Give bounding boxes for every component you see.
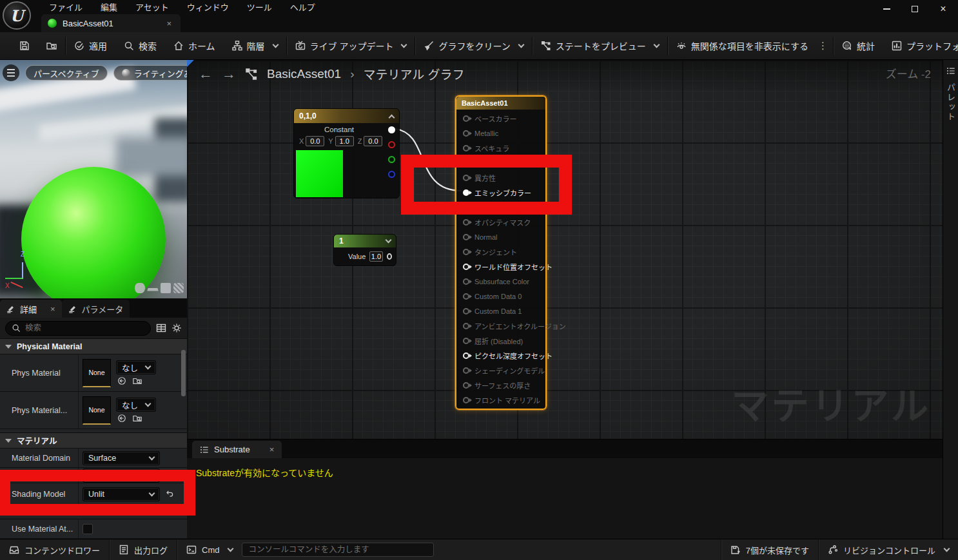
display-filter-icon[interactable] xyxy=(156,323,166,333)
material-input-pin-row[interactable]: ワールド位置オフセット xyxy=(456,259,545,274)
material-domain-dropdown[interactable]: Surface xyxy=(83,451,160,465)
material-input-pin-row[interactable]: オパシティマスク xyxy=(456,215,545,229)
tab-parameters[interactable]: パラメータ xyxy=(62,300,130,318)
menu-item[interactable]: ヘルプ xyxy=(281,0,324,14)
pin-circle-icon[interactable] xyxy=(463,278,469,285)
close-button[interactable]: × xyxy=(934,2,953,16)
material-graph-canvas[interactable]: ← → BasicAsset01 › マテリアル グラフ ズーム -2 マテリア… xyxy=(187,60,943,439)
output-pin-g-icon[interactable] xyxy=(388,156,395,163)
tab-close-icon[interactable]: × xyxy=(164,19,174,28)
section-physical-material[interactable]: Physical Material xyxy=(0,338,187,354)
pin-circle-icon[interactable] xyxy=(463,234,469,240)
material-input-pin-row[interactable]: Normal xyxy=(456,229,545,244)
shape-preview-button[interactable] xyxy=(161,283,171,293)
pin-circle-icon[interactable] xyxy=(463,338,469,344)
constant-node[interactable]: 0,1,0 Constant X 0.0 Y 1.0 xyxy=(293,108,400,198)
stats-button[interactable]: 統計 xyxy=(834,32,883,59)
menu-item[interactable]: 編集 xyxy=(92,0,126,14)
pin-circle-icon[interactable] xyxy=(463,115,469,122)
preview-state-button[interactable]: ステートをプレビュー xyxy=(533,32,667,59)
value-input[interactable]: 1.0 xyxy=(369,251,382,262)
palette-side-tab[interactable]: パレット xyxy=(943,60,958,539)
pin-circle-icon[interactable] xyxy=(463,397,469,403)
tab-close-icon[interactable]: × xyxy=(269,445,275,454)
pin-circle-icon[interactable] xyxy=(463,219,469,226)
pin-circle-icon[interactable] xyxy=(463,308,469,314)
phys-material-mask-dropdown[interactable]: なし xyxy=(116,398,156,412)
menu-item[interactable]: ウィンドウ xyxy=(178,0,238,14)
scalar-value-node[interactable]: 1 Value 1.0 xyxy=(333,234,396,266)
save-button[interactable] xyxy=(0,32,38,59)
back-arrow-icon[interactable]: ← xyxy=(199,66,213,82)
material-input-pin-row[interactable]: スペキュラ xyxy=(456,140,545,155)
material-input-pin-row[interactable]: ベースカラー xyxy=(456,111,545,126)
use-selected-icon[interactable] xyxy=(117,414,126,423)
pin-circle-icon[interactable] xyxy=(463,293,469,300)
tab-details[interactable]: 詳細 × xyxy=(0,300,62,318)
material-input-pin-row[interactable]: Metallic xyxy=(456,126,545,140)
revision-control-button[interactable]: リビジョンコントロール xyxy=(819,539,958,560)
console-command-input[interactable] xyxy=(242,543,434,557)
material-input-pin-row[interactable]: 屈折 (Disabled) xyxy=(456,333,545,348)
browse-asset-button[interactable] xyxy=(38,32,65,59)
material-result-node[interactable]: BasicAsset01 ベースカラー Metallic xyxy=(455,95,547,410)
breadcrumb-asset[interactable]: BasicAsset01 xyxy=(267,67,341,81)
details-search-input[interactable] xyxy=(5,321,151,336)
output-log-button[interactable]: 出力ログ xyxy=(110,539,177,560)
material-input-pin-row[interactable]: タンジェント xyxy=(456,244,545,259)
section-material[interactable]: マテリアル xyxy=(0,432,187,448)
output-pin-r-icon[interactable] xyxy=(388,141,395,148)
constant-value-input[interactable]: 1.0 xyxy=(335,136,354,146)
browse-asset-icon[interactable] xyxy=(133,414,142,423)
find-button[interactable]: 検索 xyxy=(115,32,165,59)
asset-thumbnail[interactable]: None xyxy=(83,359,111,387)
use-material-attributes-checkbox[interactable] xyxy=(83,524,93,534)
tab-substrate[interactable]: Substrate × xyxy=(192,441,282,458)
hierarchy-button[interactable]: 階層 xyxy=(224,32,286,59)
output-pin-b-icon[interactable] xyxy=(388,171,395,178)
unreal-logo-icon[interactable]: U xyxy=(3,1,31,30)
pin-circle-icon[interactable] xyxy=(463,249,469,255)
hide-unrelated-button[interactable]: 無関係な項目を非表示にする xyxy=(668,32,817,59)
minimize-button[interactable] xyxy=(877,2,896,16)
pin-circle-icon[interactable] xyxy=(463,323,469,329)
use-selected-icon[interactable] xyxy=(117,376,126,385)
shape-preview-button[interactable] xyxy=(147,288,158,291)
lighting-mode-button[interactable]: ライティングあり xyxy=(113,65,187,81)
pin-circle-icon[interactable] xyxy=(463,264,469,270)
settings-gear-icon[interactable] xyxy=(171,323,182,333)
material-input-pin-row[interactable]: シェーディングモデル xyxy=(456,363,545,378)
material-input-pin-row[interactable]: フロント マテリアル xyxy=(456,392,545,407)
unsaved-assets-button[interactable]: 7個が未保存です xyxy=(721,539,818,560)
cmd-dropdown[interactable]: Cmd xyxy=(177,539,242,560)
pin-circle-icon[interactable] xyxy=(463,352,469,359)
output-pin-rgb-icon[interactable] xyxy=(388,126,395,133)
material-input-pin-row[interactable]: Custom Data 1 xyxy=(456,304,545,318)
value-output-pin-icon[interactable] xyxy=(387,253,392,260)
asset-tab[interactable]: BasicAsset01 × xyxy=(41,14,181,32)
apply-button[interactable]: 適用 xyxy=(66,32,115,59)
menu-item[interactable]: ファイル xyxy=(40,0,92,14)
browse-asset-icon[interactable] xyxy=(133,376,142,385)
phys-material-dropdown[interactable]: なし xyxy=(116,360,156,374)
clean-graph-button[interactable]: グラフをクリーン xyxy=(415,32,531,59)
expand-icon[interactable] xyxy=(386,237,392,244)
maximize-button[interactable] xyxy=(905,2,924,16)
material-input-pin-row[interactable]: アンビエントオクルージョン xyxy=(456,318,545,333)
shape-preview-button[interactable] xyxy=(173,283,184,293)
collapse-icon[interactable] xyxy=(389,114,395,121)
tab-close-icon[interactable]: × xyxy=(50,304,55,314)
pin-circle-icon[interactable] xyxy=(463,382,469,389)
material-input-pin-row[interactable]: サーフェスの厚さ xyxy=(456,378,545,392)
more-options-icon[interactable]: ⋮ xyxy=(817,40,833,52)
material-input-pin-row[interactable]: Subsurface Color xyxy=(456,274,545,289)
constant-value-input[interactable]: 0.0 xyxy=(364,136,382,146)
asset-thumbnail[interactable]: None xyxy=(83,396,111,425)
perspective-button[interactable]: パースペクティブ xyxy=(25,65,108,81)
pin-circle-icon[interactable] xyxy=(463,145,469,151)
material-input-pin-row[interactable]: Custom Data 0 xyxy=(456,289,545,304)
live-update-button[interactable]: ライブ アップデート xyxy=(287,32,415,59)
material-input-pin-row[interactable]: ピクセル深度オフセット xyxy=(456,348,545,363)
pin-circle-icon[interactable] xyxy=(463,367,469,374)
content-drawer-button[interactable]: コンテンツドロワー xyxy=(0,539,109,560)
